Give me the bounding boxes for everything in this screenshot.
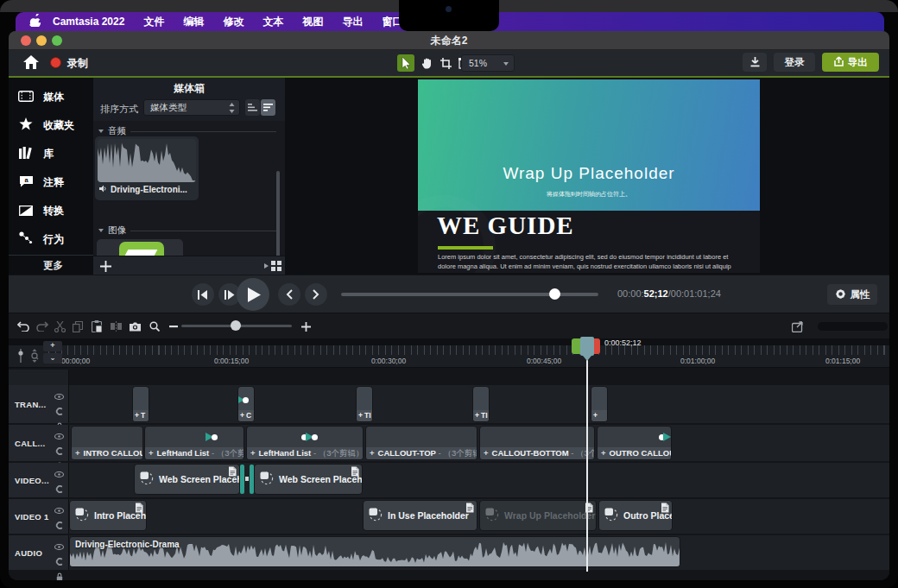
login-button[interactable]: 登录 — [774, 53, 815, 72]
timeline-horizontal-scrollbar[interactable] — [818, 322, 888, 331]
animation-indicator-icon[interactable] — [237, 395, 247, 404]
play-button[interactable] — [237, 278, 269, 311]
export-button[interactable]: 导出 — [822, 53, 879, 72]
sort-descending-button[interactable] — [261, 99, 275, 116]
step-back-button[interactable] — [278, 283, 300, 306]
image-section-header[interactable]: 图像 — [98, 224, 276, 237]
transition-clip[interactable]: TI — [472, 386, 490, 422]
playhead-out-handle[interactable] — [594, 338, 600, 354]
callout-clip[interactable]: CALLOUT-BOTTOM - （3个剪辑） — [479, 426, 595, 460]
sort-ascending-button[interactable] — [245, 99, 260, 116]
detach-timeline-button[interactable] — [790, 319, 806, 333]
sidebar-item-transitions[interactable]: 转换 — [9, 197, 93, 225]
step-forward-button[interactable] — [305, 283, 327, 306]
crop-tool-button[interactable] — [437, 54, 454, 72]
callout-clip[interactable]: INTRO CALLOUT — [71, 426, 143, 460]
apple-menu-icon[interactable] — [29, 14, 41, 29]
playhead-in-handle[interactable] — [572, 338, 580, 354]
audio-section-header[interactable]: 音频 — [98, 125, 276, 137]
sort-by-dropdown[interactable]: 媒体类型 — [143, 99, 240, 116]
menu-item-5[interactable]: 导出 — [342, 15, 363, 29]
add-track-button[interactable]: + — [43, 341, 62, 351]
camera-snapshot-button[interactable] — [127, 319, 142, 333]
menu-item-4[interactable]: 视图 — [302, 15, 323, 29]
placeholder-clip[interactable]: Outro Placeholder — [598, 500, 673, 531]
transition-clip[interactable] — [591, 386, 608, 422]
media-bin-scrollbar[interactable] — [276, 171, 280, 262]
media-item-image[interactable] — [97, 239, 183, 256]
cursor-tool-button[interactable] — [397, 54, 414, 72]
menu-item-3[interactable]: 文本 — [262, 15, 283, 29]
zoom-search-icon[interactable] — [147, 319, 162, 333]
previous-frame-button[interactable] — [192, 283, 214, 306]
callout-clip[interactable]: LeftHand List - （3个剪辑） — [144, 426, 244, 460]
track-magnet-icon[interactable] — [55, 553, 63, 569]
menu-item-2[interactable]: 修改 — [223, 15, 243, 29]
media-item-audio[interactable]: Driving-Electroni... — [95, 136, 199, 200]
timeline-ruler[interactable]: 0:00:00;000:00:15;000:00:30;000:00:45;00… — [9, 345, 889, 368]
track-magnet-icon[interactable] — [55, 481, 63, 496]
track-magnet-icon[interactable] — [55, 443, 63, 458]
track-visibility-icon[interactable] — [54, 388, 64, 403]
transition-clip[interactable]: TI — [356, 386, 373, 422]
sidebar-item-favorites[interactable]: 收藏夹 — [9, 111, 93, 140]
animation-indicator-icon[interactable] — [661, 433, 671, 441]
track-magnet-icon[interactable] — [55, 517, 63, 533]
zoom-out-button[interactable] — [166, 319, 181, 333]
placeholder-clip[interactable]: Wrap Up Placeholder — [479, 500, 597, 531]
view-mode-button[interactable] — [264, 261, 281, 271]
menu-item-0[interactable]: 文件 — [143, 15, 164, 29]
audio-clip[interactable]: Driving-Electronic-Drama — [69, 536, 680, 567]
preview-canvas[interactable]: Wrap Up Placeholder 将媒体拖到时间轴的占位符上。 WE GU… — [418, 79, 760, 273]
paste-button[interactable] — [89, 319, 104, 333]
web-screen-clip[interactable]: Web Screen Placeholder — [134, 464, 240, 495]
record-label[interactable]: 录制 — [67, 56, 88, 71]
track-header-video1[interactable]: VIDEO 1 — [9, 499, 69, 534]
animation-indicator-icon[interactable] — [206, 433, 216, 441]
playhead-grip[interactable] — [580, 337, 594, 356]
track-magnet-icon[interactable] — [55, 403, 63, 419]
app-menu[interactable]: Camtasia 2022 — [53, 16, 124, 28]
zoom-in-button[interactable] — [298, 319, 313, 333]
properties-button[interactable]: 属性 — [827, 284, 877, 305]
callout-clip[interactable]: OUTRO CALLOUT — [597, 426, 672, 460]
download-button[interactable] — [743, 53, 767, 72]
record-icon[interactable] — [50, 57, 61, 68]
sidebar-item-media[interactable]: 媒体 — [9, 83, 93, 111]
redo-button[interactable] — [35, 319, 50, 333]
callout-clip[interactable]: LeftHand List - （3个剪辑） — [246, 426, 364, 460]
pan-hand-tool-button[interactable] — [418, 54, 435, 72]
transition-clip[interactable]: C — [237, 386, 255, 422]
home-button[interactable] — [22, 54, 41, 72]
cut-button[interactable] — [52, 319, 67, 333]
add-media-button[interactable] — [100, 260, 111, 275]
track-height-handle-icon[interactable] — [17, 349, 24, 366]
sidebar-item-more[interactable]: 更多 — [9, 255, 93, 275]
playhead-line[interactable] — [586, 344, 588, 572]
transition-clip[interactable]: T — [132, 386, 149, 422]
copy-button[interactable] — [70, 319, 85, 333]
sidebar-item-annotations[interactable]: a注释 — [9, 168, 93, 197]
track-header-screen[interactable]: VIDEO... — [9, 463, 69, 497]
track-visibility-icon[interactable] — [54, 502, 64, 517]
split-button[interactable] — [108, 319, 123, 333]
placeholder-clip[interactable]: In Use Placeholder — [363, 500, 477, 531]
placeholder-clip[interactable]: Intro Placeholder — [69, 500, 147, 531]
clip-transition-marker[interactable] — [240, 465, 254, 494]
canvas-zoom-dropdown[interactable]: 51% — [461, 54, 515, 72]
sidebar-item-library[interactable]: 库 — [9, 140, 93, 168]
scrubber-knob[interactable] — [549, 288, 560, 300]
sidebar-item-behaviors[interactable]: 行为 — [9, 225, 93, 254]
track-visibility-icon[interactable] — [54, 427, 64, 443]
track-zoom-icon[interactable] — [29, 349, 40, 366]
track-header-audio[interactable]: AUDIO — [9, 535, 69, 570]
collapse-tracks-button[interactable]: ⌄ — [43, 353, 62, 364]
track-visibility-icon[interactable] — [54, 538, 64, 553]
track-visibility-icon[interactable] — [54, 465, 64, 481]
web-screen-clip[interactable]: Web Screen Placeholder — [254, 464, 363, 495]
track-lock-icon[interactable] — [56, 569, 63, 580]
callout-clip[interactable]: CALLOUT-TOP - （3个剪辑） — [365, 426, 477, 460]
track-header-call[interactable]: CALL... — [9, 425, 69, 461]
track-header-tran[interactable]: TRAN... — [9, 385, 69, 423]
undo-button[interactable] — [16, 319, 31, 333]
